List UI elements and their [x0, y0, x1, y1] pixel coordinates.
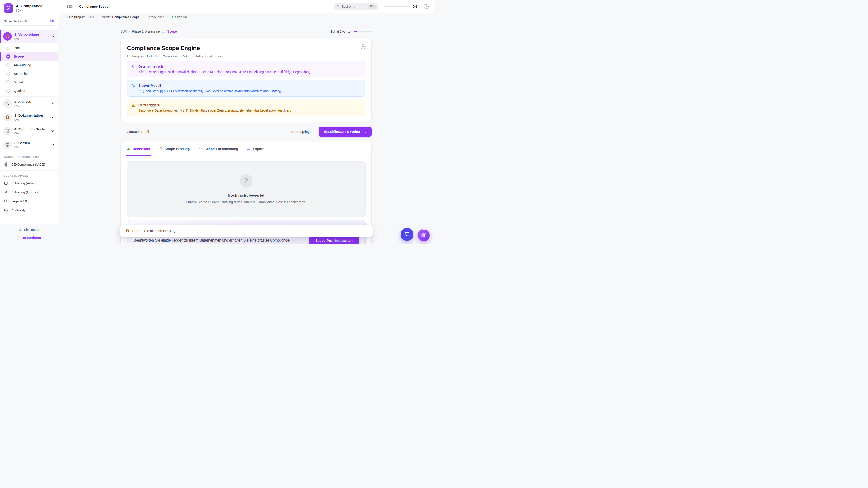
notice-body: Besondere Datenkategorien (Art. 9), Mind…	[138, 108, 291, 113]
divider: |	[143, 15, 144, 19]
tab-uebersicht[interactable]: Uebersicht	[127, 142, 150, 156]
search-input[interactable]	[342, 5, 365, 8]
group-header-maschinenrecht: MASCHINENRECHT / CE	[0, 152, 58, 160]
sidebar-item-schulung-learner[interactable]: Schulung (Learner)	[0, 188, 58, 197]
sidebar-item-scope[interactable]: Scope	[0, 52, 58, 61]
status-bar: Kein Projekt V001 | Zuletzt: Compliance …	[58, 13, 434, 21]
step-progress-fill	[354, 31, 357, 32]
profiling-toast-text: Starten Sie mit dem Profiling	[132, 229, 176, 233]
book-icon	[4, 181, 8, 186]
breadcrumb-current: Compliance Scope	[79, 5, 108, 8]
page-breadcrumb-current: Scope	[167, 30, 177, 33]
sidebar-item-module[interactable]: Module	[0, 78, 58, 87]
notice-hard-triggers: Hard Triggers Besondere Datenkategorien …	[127, 100, 365, 116]
back-button[interactable]: ← Zurueck: Profil	[121, 129, 149, 134]
header-progress-bar	[384, 6, 410, 7]
divider: |	[167, 15, 168, 19]
search-box[interactable]: ⌘K	[334, 3, 378, 10]
sidebar-item-ce-compliance[interactable]: CE-Compliance (IACE)	[0, 160, 58, 169]
notice-4-level-modell: 4-Level-Modell L1 (Lean Startup) bis L4 …	[127, 80, 365, 96]
complete-next-button[interactable]: Abschliessen & Weiter →	[319, 127, 372, 137]
skip-button[interactable]: Ueberspringen	[291, 130, 313, 133]
sync-ok-dot	[172, 16, 174, 18]
help-icon[interactable]: ?	[424, 4, 429, 9]
chevron-right-icon: ›	[76, 5, 77, 8]
project-name: Kein Projekt	[67, 15, 85, 19]
page-breadcrumb-root[interactable]: SDK	[121, 30, 127, 33]
cpu-icon	[4, 162, 8, 167]
content-scroll-area: SDK / Phase 1: Assessment / Scope Schrit…	[58, 21, 434, 244]
app-subtitle: SDK	[16, 9, 42, 12]
collapse-sidebar-button[interactable]: Einklappen	[18, 228, 40, 232]
arrow-right-icon: →	[363, 129, 367, 134]
sidebar-item-ai-quality[interactable]: AI Quality	[0, 206, 58, 215]
tab-scope-entscheidung[interactable]: Scope-Entscheidung	[198, 142, 238, 156]
overall-progress-label: Gesamtfortschritt	[4, 20, 27, 23]
chevron-down-icon	[51, 143, 55, 147]
app-title-block: AI Compliance SDK	[16, 4, 42, 12]
scale-icon	[198, 147, 202, 151]
question-mark-icon: ?	[240, 174, 253, 188]
sidebar-item-quellen[interactable]: Quellen	[0, 87, 58, 95]
sidebar-section-rechtliche-texte[interactable]: 4. Rechtliche Texte 0%	[0, 124, 58, 138]
profiling-toast: Starten Sie mit dem Profiling	[120, 225, 373, 237]
empty-state: ? Noch nicht bewertet Führen Sie das Sco…	[127, 161, 366, 217]
app-logo	[4, 3, 13, 13]
sidebar-section-vorbereitung[interactable]: 1. Vorbereitung 0%	[0, 30, 58, 43]
card-help-icon[interactable]: ?	[361, 44, 366, 49]
upload-icon	[17, 236, 21, 239]
columns-icon	[421, 232, 427, 238]
check-circle-icon	[4, 208, 8, 213]
app-title: AI Compliance	[16, 4, 42, 8]
sidebar-item-schulung-admin[interactable]: Schulung (Admin)	[0, 179, 58, 188]
bar-chart-icon	[127, 147, 131, 151]
sidebar-item-profil[interactable]: Profil	[0, 43, 58, 52]
tab-export[interactable]: Export	[247, 142, 264, 156]
notice-title: Deterministisch	[138, 64, 311, 69]
divider: |	[97, 15, 98, 19]
sidebar-nav: 1. Vorbereitung 0% Profil Scope Anwendun…	[0, 30, 58, 224]
panel-toggle-button[interactable]	[417, 229, 430, 242]
header-progress-value: 0%	[412, 5, 417, 8]
overall-progress-value: 0%	[50, 20, 54, 23]
search-icon	[4, 199, 8, 203]
sidebar-item-legal-rag[interactable]: Legal RAG	[0, 197, 58, 206]
clipboard-icon	[125, 229, 129, 233]
sidebar-section-betrieb[interactable]: 5. Betrieb 0%	[0, 138, 58, 152]
notice-title: Hard Triggers	[138, 103, 291, 107]
page-title: Compliance Scope Engine	[127, 45, 365, 52]
sidebar-section-analyse[interactable]: 2. Analyse 0%	[0, 97, 58, 110]
clipboard-icon	[159, 147, 163, 151]
outbox-icon	[247, 147, 251, 151]
last-step-value: Compliance Scope	[112, 15, 140, 19]
memo-icon	[5, 129, 10, 133]
target-icon	[5, 34, 10, 39]
breadcrumb: SDK › Compliance Scope	[67, 5, 108, 8]
page-breadcrumb-phase[interactable]: Phase 1: Assessment	[132, 30, 162, 33]
sidebar-item-anwendung[interactable]: Anwendung	[0, 61, 58, 69]
export-button[interactable]: Exportieren	[17, 236, 41, 239]
chat-bubble-icon	[404, 232, 410, 237]
sidebar-header: AI Compliance SDK	[0, 0, 58, 17]
tab-bar: Uebersicht Scope-Profiling Scope-Entsche…	[121, 142, 371, 156]
step-indicator: Schritt 2 von 14	[330, 30, 372, 33]
step-radio	[6, 72, 10, 76]
sidebar-section-dokumentation[interactable]: 3. Dokumentation 0%	[0, 110, 58, 124]
app-root: AI Compliance SDK Gesamtfortschritt 0% 1…	[0, 0, 434, 244]
sidebar-subitems-vorbereitung: Profil Scope Anwendung Screening Module	[0, 43, 58, 97]
breadcrumb-root[interactable]: SDK	[67, 5, 73, 8]
gear-icon	[5, 142, 10, 147]
info-icon	[131, 84, 135, 88]
sidebar-item-screening[interactable]: Screening	[0, 69, 58, 78]
tab-scope-profiling[interactable]: Scope-Profiling	[159, 142, 190, 156]
notice-title: 4-Level-Modell	[138, 84, 282, 88]
sidebar: AI Compliance SDK Gesamtfortschritt 0% 1…	[0, 0, 58, 244]
step-radio-checked	[6, 55, 10, 59]
notice-deterministisch: Deterministisch Alle Entscheidungen sind…	[127, 61, 365, 77]
profiling-cta-text: Beantworten Sie einige Fragen zu Ihrem U…	[133, 238, 303, 242]
last-step-label: Zuletzt:	[101, 15, 111, 19]
chat-button[interactable]	[401, 228, 413, 241]
notice-body: Alle Entscheidungen sind nachvollziehbar…	[138, 70, 311, 74]
step-label: Schritt 2 von 14	[330, 30, 351, 33]
empty-state-title: Noch nicht bewertet	[228, 193, 264, 198]
